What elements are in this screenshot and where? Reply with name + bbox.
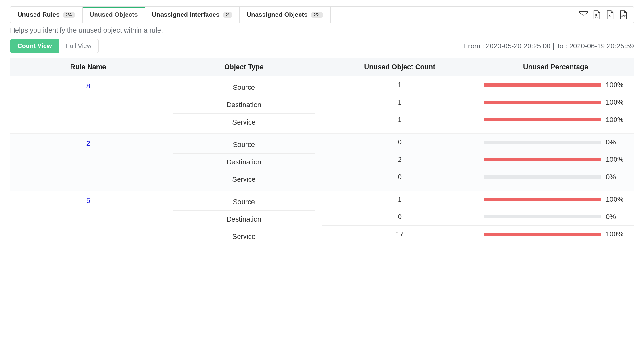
pct-row: 0% [478,208,634,226]
cell-count: 1017 [322,191,478,248]
pct-row: 0% [478,134,634,151]
full-view-button[interactable]: Full View [59,39,99,53]
view-toggle: Count View Full View [10,39,99,53]
cell-object-type: SourceDestinationService [166,76,322,133]
pct-bar [484,215,601,218]
mail-icon[interactable] [579,10,589,19]
object-type-value: Service [173,228,316,245]
pct-row: 100% [478,226,634,243]
pct-bar-fill [484,158,601,161]
tab-label: Unused Rules [17,11,59,18]
tab-label: Unassigned Objects [247,11,307,18]
count-value: 1 [322,76,478,94]
rule-link[interactable]: 2 [86,139,90,147]
cell-pct: 0%100%0% [478,134,634,191]
pct-label: 0% [606,138,628,146]
col-pct[interactable]: Unused Percentage [478,58,634,76]
tab-unassigned-objects[interactable]: Unassigned Objects 22 [240,7,331,23]
count-value: 17 [322,226,478,243]
pct-bar [484,233,601,236]
table-row: 5SourceDestinationService1017100%0%100% [10,191,634,248]
cell-count: 111 [322,76,478,133]
pct-bar [484,83,601,87]
col-object-type[interactable]: Object Type [166,58,322,76]
object-type-value: Destination [173,96,316,114]
tabs-bar: Unused Rules 24 Unused Objects Unassigne… [10,6,634,23]
date-range-text: From : 2020-05-20 20:25:00 | To : 2020-0… [464,42,634,50]
pct-row: 0% [478,168,634,186]
pct-row: 100% [478,151,634,168]
tab-unassigned-interfaces[interactable]: Unassigned Interfaces 2 [145,7,239,23]
xls-icon[interactable] [605,10,615,19]
export-toolbar: CSV [573,7,634,23]
object-type-value: Service [173,114,316,131]
count-value: 0 [322,134,478,151]
count-value: 2 [322,151,478,168]
tab-badge: 24 [63,12,75,18]
pct-label: 100% [606,195,628,204]
svg-text:CSV: CSV [621,15,626,17]
count-value: 1 [322,94,478,111]
pct-bar [484,198,601,201]
csv-icon[interactable]: CSV [618,10,629,19]
table-row: 8SourceDestinationService111100%100%100% [10,76,634,134]
pct-row: 100% [478,76,634,94]
cell-pct: 100%100%100% [478,76,634,133]
pct-row: 100% [478,191,634,208]
count-view-button[interactable]: Count View [10,39,59,53]
pct-bar [484,118,601,121]
pct-label: 0% [606,173,628,181]
object-type-value: Source [173,79,316,96]
rule-link[interactable]: 8 [86,82,90,90]
table-header: Rule Name Object Type Unused Object Coun… [10,58,634,76]
tab-badge: 2 [223,12,232,18]
count-value: 0 [322,208,478,226]
col-count[interactable]: Unused Object Count [322,58,478,76]
object-type-value: Source [173,193,316,211]
table-body: 8SourceDestinationService111100%100%100%… [10,76,634,248]
pct-bar [484,175,601,179]
pct-label: 100% [606,155,628,164]
controls-row: Count View Full View From : 2020-05-20 2… [10,39,634,53]
col-rule-name[interactable]: Rule Name [10,58,166,76]
pct-label: 0% [606,213,628,221]
cell-object-type: SourceDestinationService [166,191,322,248]
pct-bar [484,141,601,144]
pdf-icon[interactable] [592,10,602,19]
page-description: Helps you identify the unused object wit… [10,26,634,34]
tab-label: Unused Objects [90,11,138,18]
unused-objects-table: Rule Name Object Type Unused Object Coun… [10,58,634,248]
pct-row: 100% [478,94,634,111]
pct-label: 100% [606,116,628,124]
pct-bar [484,101,601,104]
tab-unused-rules[interactable]: Unused Rules 24 [10,7,83,23]
cell-count: 020 [322,134,478,191]
rule-link[interactable]: 5 [86,197,90,204]
pct-label: 100% [606,230,628,238]
pct-bar [484,158,601,161]
cell-object-type: SourceDestinationService [166,134,322,191]
svg-rect-0 [579,11,588,18]
tab-badge: 22 [311,12,323,18]
count-value: 0 [322,168,478,186]
cell-pct: 100%0%100% [478,191,634,248]
count-value: 1 [322,191,478,208]
cell-rule-name: 5 [10,191,166,248]
object-type-value: Service [173,171,316,188]
tab-unused-objects[interactable]: Unused Objects [83,7,145,23]
pct-label: 100% [606,98,628,106]
tab-label: Unassigned Interfaces [152,11,219,18]
cell-rule-name: 2 [10,134,166,191]
object-type-value: Destination [173,211,316,228]
cell-rule-name: 8 [10,76,166,133]
pct-bar-fill [484,233,601,236]
spacer [331,7,573,23]
pct-bar-fill [484,101,601,104]
table-row: 2SourceDestinationService0200%100%0% [10,134,634,191]
pct-label: 100% [606,81,628,89]
pct-row: 100% [478,111,634,128]
object-type-value: Destination [173,154,316,171]
object-type-value: Source [173,136,316,154]
pct-bar-fill [484,83,601,87]
pct-bar-fill [484,198,601,201]
